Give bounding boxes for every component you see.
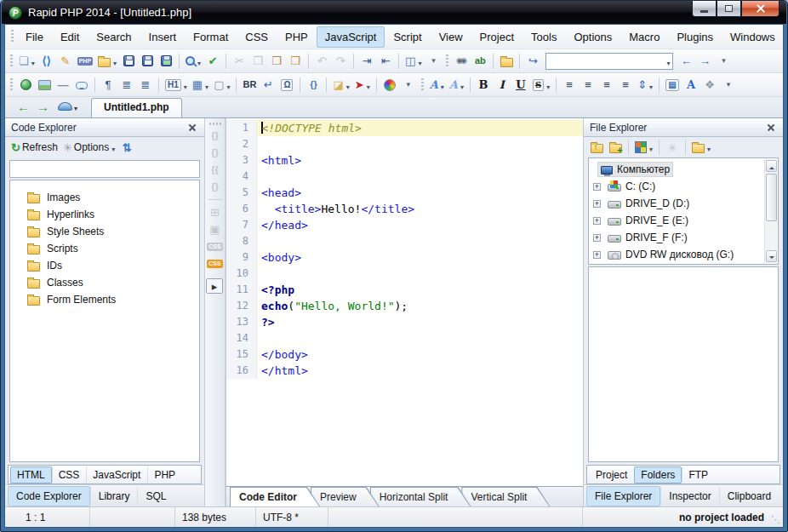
navigate-forward-button[interactable]: → [37,100,49,114]
open-file[interactable] [96,52,118,71]
tree-item-form-elements[interactable]: Form Elements [10,291,199,308]
font-size[interactable]: A [448,76,465,94]
code-line-5[interactable]: 5<head> [226,185,583,201]
menu-php[interactable]: PHP [277,26,317,48]
insert-table[interactable]: ▦ [191,76,210,94]
indent[interactable]: ⇥ [358,52,375,71]
tab-code-editor[interactable]: Code Editor [230,487,320,506]
justify[interactable]: ≡ [617,76,634,94]
paragraph[interactable]: ¶ [100,76,117,94]
find-in-files[interactable] [498,52,515,71]
tab-code-explorer[interactable]: Code Explorer [8,486,90,506]
code-line-15[interactable]: 15</body> [226,346,583,363]
tree-item-style-sheets[interactable]: Style Sheets [10,223,199,240]
code-explorer-filter-input[interactable] [9,160,200,178]
code-line-11[interactable]: 11<?php [226,282,583,298]
tab-inspector[interactable]: Inspector [660,487,718,506]
align-left[interactable]: ≡ [561,76,578,94]
scroll-up-button[interactable] [766,160,777,172]
find-dialog[interactable]: ◉◉ [453,52,470,71]
tab-untitled1-php[interactable]: Untitled1.php [91,98,182,117]
tab-php[interactable]: PHP [147,466,182,483]
special-character[interactable]: Ω [278,76,295,94]
check-style[interactable]: {} [207,180,224,194]
tab-css[interactable]: CSS [52,466,87,483]
expand-plus-icon[interactable] [593,183,601,191]
view-mode[interactable] [633,138,654,157]
new-folder[interactable] [607,138,624,157]
heading[interactable]: H1 [163,76,189,94]
paste[interactable]: ❒ [268,52,285,71]
toolbar-overflow-3[interactable]: ▾ [400,76,417,94]
menu-help[interactable]: Help [784,26,788,48]
horizontal-rule[interactable]: — [54,76,71,94]
tab-html[interactable]: HTML [10,466,52,483]
drive-item-drive-f-f[interactable]: DRIVE_F (F:) [589,229,778,246]
insert-tag[interactable]: ◪ [331,76,351,94]
tab-clipboard[interactable]: Clipboard [719,487,779,506]
tab-folders[interactable]: Folders [634,466,682,483]
expand-plus-icon[interactable] [593,200,601,208]
restore-button[interactable] [717,1,741,17]
center-element[interactable]: ⊞ [207,205,224,220]
underline[interactable]: U [512,76,529,94]
insert-image[interactable] [36,76,53,94]
new-document[interactable]: ❏ [17,52,37,71]
tab-file-explorer[interactable]: File Explorer [586,486,660,506]
drive-item-компьютер[interactable]: Компьютер [589,161,778,178]
goto-line[interactable]: ↪ [524,52,541,71]
toolbar-overflow-4[interactable]: ▾ [720,76,737,94]
file-explorer-close-icon[interactable] [765,122,777,134]
code-line-13[interactable]: 13?> [226,314,583,330]
format-styles[interactable]: ▤ [664,76,681,94]
tab-ftp[interactable]: FTP [682,466,715,483]
cut[interactable]: ✂ [231,52,248,71]
new-style[interactable]: {} [207,129,224,143]
menu-css[interactable]: CSS [237,26,277,48]
font-color[interactable]: A [682,76,699,94]
menu-format[interactable]: Format [185,26,237,48]
line-spacing[interactable]: ⇕ [636,76,654,94]
tree-item-scripts[interactable]: Scripts [10,240,199,257]
drive-item-drive-e-e[interactable]: DRIVE_E (E:) [589,212,778,229]
menu-view[interactable]: View [431,26,471,48]
css-inspector[interactable]: CSS [207,256,224,271]
menu-windows[interactable]: Windows [722,26,784,48]
menu-search[interactable]: Search [88,26,140,48]
undo[interactable]: ↶ [313,52,330,71]
tree-item-images[interactable]: Images [10,189,199,206]
paste-as-html[interactable]: ❒ [287,52,304,71]
edit-document[interactable]: ✎ [57,52,74,71]
font-face[interactable]: A [428,76,446,94]
code-line-12[interactable]: 12echo("Hello, World!"); [226,298,583,314]
find[interactable] [184,52,203,71]
save-file[interactable] [120,52,137,71]
new-html-document[interactable]: ⟨⟩ [38,52,55,71]
expand-plus-icon[interactable] [593,251,601,259]
code-line-7[interactable]: 7</head> [226,217,583,233]
code-line-1[interactable]: 1<!DOCTYPE html> [226,120,583,136]
folder-menu[interactable] [690,138,712,157]
minimize-button[interactable] [692,1,717,17]
toolbar-overflow[interactable]: ▾ [425,52,442,71]
box-preview[interactable]: ▣ [207,222,224,237]
unordered-list[interactable]: ≣ [118,76,135,94]
insert-link[interactable] [17,76,34,94]
folder-options[interactable]: ✳ [664,138,681,157]
menu-options[interactable]: Options [565,26,620,48]
code-line-3[interactable]: 3<html> [226,152,583,169]
quick-search-box[interactable] [545,53,673,70]
save-remote[interactable] [157,52,174,71]
tree-item-ids[interactable]: IDs [10,257,199,274]
menu-file[interactable]: File [17,26,52,48]
redo[interactable]: ↷ [332,52,349,71]
menu-javascript[interactable]: JavaScript [317,26,385,48]
browser-preview-button[interactable] [58,99,77,114]
insert-div[interactable]: ▢ [212,76,231,94]
line-break[interactable]: BR [241,76,258,94]
code-line-8[interactable]: 8 [226,233,583,249]
collapse-panel[interactable]: ▸ [206,278,223,294]
copy[interactable]: ❐ [249,52,266,71]
menu-project[interactable]: Project [471,26,522,48]
navigate-back-button[interactable]: ← [17,100,30,114]
